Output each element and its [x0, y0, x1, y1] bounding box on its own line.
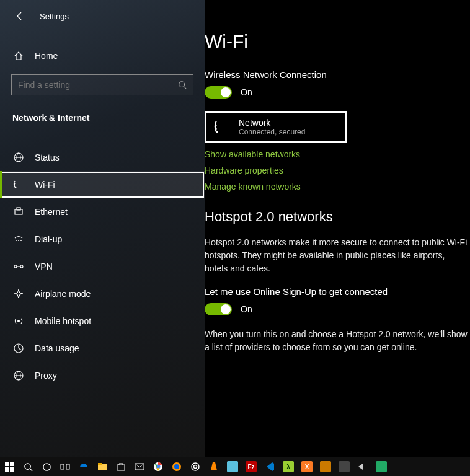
sidebar-item-label: Status	[35, 152, 60, 162]
network-status: Connected, secured	[239, 128, 305, 136]
settings-sidebar: Settings Home Network & Internet Status …	[0, 0, 205, 457]
app-icon[interactable]	[373, 459, 389, 475]
hotspot-icon	[12, 315, 25, 327]
sidebar-item-label: Wi-Fi	[35, 180, 55, 190]
svg-point-9	[18, 240, 19, 241]
taskbar: Fz λ X	[0, 457, 470, 476]
sidebar-item-hotspot[interactable]: Mobile hotspot	[0, 307, 205, 335]
taskbar-search-icon[interactable]	[20, 459, 36, 475]
status-icon	[12, 152, 25, 163]
app-icon[interactable]	[355, 459, 371, 475]
show-networks-link[interactable]: Show available networks	[205, 149, 470, 159]
store-icon[interactable]	[113, 459, 129, 475]
sidebar-item-datausage[interactable]: Data usage	[0, 335, 205, 362]
xampp-icon[interactable]: X	[299, 459, 315, 475]
sidebar-item-status[interactable]: Status	[0, 144, 205, 171]
svg-rect-31	[117, 465, 125, 470]
app-title: Settings	[40, 12, 69, 21]
cortana-icon[interactable]	[38, 459, 55, 475]
sidebar-item-vpn[interactable]: VPN	[0, 253, 205, 280]
network-name: Network	[239, 118, 305, 128]
svg-line-1	[184, 87, 187, 89]
app-icon[interactable]	[187, 459, 203, 475]
svg-point-0	[179, 82, 185, 87]
svg-point-14	[17, 320, 20, 322]
sidebar-item-label: Mobile hotspot	[35, 316, 91, 326]
search-input[interactable]	[18, 80, 178, 90]
svg-rect-27	[61, 464, 64, 469]
current-network-card[interactable]: Network Connected, secured	[205, 111, 347, 143]
airplane-icon	[12, 288, 25, 299]
dialup-icon	[12, 234, 25, 245]
svg-point-10	[20, 240, 22, 241]
app-icon[interactable]	[336, 459, 352, 475]
vscode-icon[interactable]	[262, 459, 278, 475]
signup-body: When you turn this on and choose a Hotsp…	[205, 328, 470, 354]
svg-point-24	[24, 463, 30, 469]
sidebar-item-label: Airplane mode	[35, 289, 91, 299]
svg-rect-22	[5, 467, 9, 472]
proxy-icon	[12, 370, 25, 381]
sidebar-item-label: Data usage	[35, 343, 79, 353]
search-input-container[interactable]	[11, 74, 193, 95]
start-button[interactable]	[1, 459, 17, 475]
wifi-signal-icon	[214, 119, 230, 135]
sidebar-item-ethernet[interactable]: Ethernet	[0, 198, 205, 226]
signup-toggle[interactable]	[205, 303, 232, 315]
filezilla-icon[interactable]: Fz	[243, 459, 259, 475]
wifi-toggle-label: On	[241, 87, 252, 97]
app-icon[interactable]: λ	[280, 459, 296, 475]
hotspot-body: Hotspot 2.0 networks make it more secure…	[205, 236, 470, 275]
svg-line-25	[30, 469, 32, 471]
page-title: Wi-Fi	[205, 31, 470, 52]
home-nav[interactable]: Home	[0, 43, 205, 68]
svg-rect-30	[98, 463, 102, 465]
svg-point-26	[43, 463, 50, 470]
app-icon[interactable]	[317, 459, 334, 475]
signup-toggle-label: On	[241, 304, 252, 314]
sidebar-item-airplane[interactable]: Airplane mode	[0, 280, 205, 307]
section-title: Network & Internet	[0, 107, 205, 129]
vpn-icon	[12, 261, 25, 272]
sidebar-item-dialup[interactable]: Dial-up	[0, 226, 205, 253]
mail-icon[interactable]	[131, 459, 148, 475]
search-icon	[178, 81, 187, 89]
svg-rect-20	[5, 462, 9, 466]
svg-point-8	[16, 240, 17, 241]
explorer-icon[interactable]	[94, 459, 110, 475]
hardware-properties-link[interactable]: Hardware properties	[205, 165, 470, 175]
home-icon	[12, 51, 25, 61]
svg-point-12	[20, 265, 23, 268]
svg-point-38	[194, 465, 197, 469]
svg-rect-28	[66, 464, 69, 469]
svg-point-19	[216, 131, 218, 133]
svg-point-36	[174, 464, 179, 469]
wifi-icon	[12, 179, 25, 190]
svg-rect-29	[98, 464, 107, 470]
svg-rect-21	[10, 462, 14, 466]
datausage-icon	[12, 343, 25, 354]
svg-rect-23	[10, 467, 14, 472]
wifi-toggle[interactable]	[205, 86, 232, 99]
notepad-icon[interactable]	[224, 459, 241, 475]
sidebar-item-proxy[interactable]: Proxy	[0, 362, 205, 389]
ethernet-icon	[12, 206, 25, 218]
sidebar-item-label: Dial-up	[35, 234, 62, 244]
sidebar-item-label: Proxy	[35, 371, 57, 381]
firefox-icon[interactable]	[169, 459, 185, 475]
sidebar-item-label: VPN	[35, 262, 53, 271]
task-view-icon[interactable]	[57, 459, 73, 475]
signup-label: Let me use Online Sign-Up to get connect…	[205, 286, 470, 297]
home-label: Home	[35, 51, 58, 61]
back-button[interactable]	[12, 9, 27, 24]
svg-point-11	[14, 265, 17, 268]
edge-icon[interactable]	[76, 459, 92, 475]
svg-point-5	[15, 187, 17, 188]
manage-known-link[interactable]: Manage known networks	[205, 182, 470, 192]
sidebar-item-wifi[interactable]: Wi-Fi	[0, 171, 205, 198]
svg-point-37	[192, 463, 199, 470]
hotspot-heading: Hotspot 2.0 networks	[205, 209, 470, 225]
wireless-heading: Wireless Network Connection	[205, 69, 470, 80]
vlc-icon[interactable]	[206, 459, 222, 475]
chrome-icon[interactable]	[150, 459, 166, 475]
